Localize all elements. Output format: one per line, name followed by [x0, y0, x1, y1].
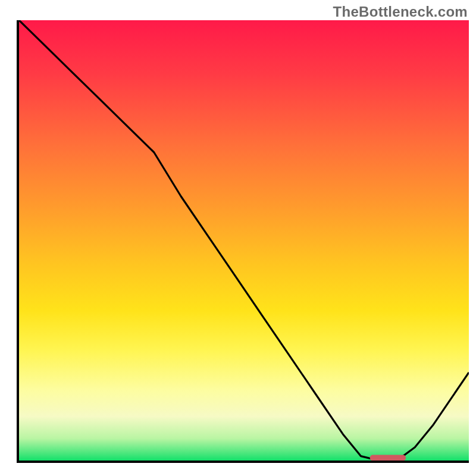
- plot-area: [17, 20, 469, 463]
- optimal-marker: [370, 455, 406, 461]
- chart-frame: TheBottleneck.com: [0, 0, 476, 476]
- watermark-text: TheBottleneck.com: [333, 4, 468, 20]
- bottleneck-curve: [19, 20, 469, 461]
- curve-layer: [19, 20, 469, 461]
